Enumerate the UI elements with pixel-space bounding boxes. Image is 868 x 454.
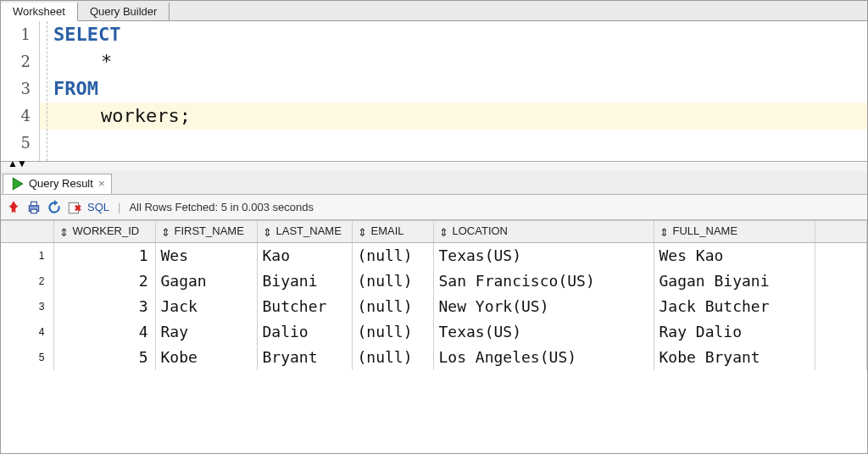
- cell-worker-id: 1: [53, 243, 155, 269]
- cell-location: Texas(US): [433, 243, 654, 269]
- table-row[interactable]: 33JackButcher(null)New York(US)Jack Butc…: [1, 294, 867, 319]
- cell-last-name: Dalio: [257, 319, 352, 345]
- splitter-handle[interactable]: ▲▼: [1, 161, 867, 171]
- cell-first-name: Gagan: [155, 269, 257, 294]
- row-number: 1: [1, 243, 53, 269]
- tab-worksheet[interactable]: Worksheet: [1, 3, 78, 21]
- table-row[interactable]: 22GaganBiyani(null)San Francisco(US)Gaga…: [1, 269, 867, 294]
- cell-first-name: Jack: [155, 294, 257, 319]
- table-row[interactable]: 55KobeBryant(null)Los Angeles(US)Kobe Br…: [1, 345, 867, 370]
- sql-code[interactable]: SELECT * FROM workers;: [40, 21, 867, 161]
- table-row[interactable]: 11WesKao(null)Texas(US)Wes Kao: [1, 243, 867, 269]
- sql-link[interactable]: SQL: [87, 201, 109, 213]
- status-text: All Rows Fetched: 5 in 0.003 seconds: [129, 201, 314, 213]
- cell-email: (null): [352, 269, 433, 294]
- col-location[interactable]: ⇕LOCATION: [433, 221, 654, 243]
- row-number: 2: [1, 269, 53, 294]
- cell-full-name: Kobe Bryant: [654, 345, 815, 370]
- cell-email: (null): [352, 319, 433, 345]
- close-icon[interactable]: ×: [98, 177, 105, 190]
- cell-worker-id: 3: [53, 294, 155, 319]
- cell-full-name: Gagan Biyani: [654, 269, 815, 294]
- col-first-name[interactable]: ⇕FIRST_NAME: [155, 221, 257, 243]
- row-number: 4: [1, 319, 53, 345]
- tab-query-result[interactable]: Query Result ×: [3, 174, 112, 194]
- cell-email: (null): [352, 345, 433, 370]
- cell-first-name: Ray: [155, 319, 257, 345]
- cell-last-name: Butcher: [257, 294, 352, 319]
- tab-query-builder[interactable]: Query Builder: [78, 3, 170, 20]
- cell-first-name: Kobe: [155, 345, 257, 370]
- result-tabs: Query Result ×: [1, 171, 867, 195]
- table-row[interactable]: 44RayDalio(null)Texas(US)Ray Dalio: [1, 319, 867, 345]
- editor-tabs: Worksheet Query Builder: [1, 1, 867, 21]
- svg-rect-2: [31, 202, 37, 206]
- results-grid[interactable]: ⇕WORKER_ID ⇕FIRST_NAME ⇕LAST_NAME ⇕EMAIL…: [1, 220, 867, 453]
- sort-icon: ⇕: [263, 226, 273, 239]
- cell-worker-id: 4: [53, 319, 155, 345]
- cell-location: New York(US): [433, 294, 654, 319]
- results-table: ⇕WORKER_ID ⇕FIRST_NAME ⇕LAST_NAME ⇕EMAIL…: [1, 220, 867, 370]
- sort-icon: ⇕: [358, 226, 368, 239]
- cell-first-name: Wes: [155, 243, 257, 269]
- result-tab-label: Query Result: [29, 177, 93, 190]
- sort-icon: ⇕: [59, 226, 70, 239]
- cell-worker-id: 5: [53, 345, 155, 370]
- pin-icon[interactable]: [6, 200, 21, 215]
- play-icon: [10, 176, 25, 191]
- cell-full-name: Jack Butcher: [654, 294, 815, 319]
- print-icon[interactable]: [26, 200, 42, 215]
- cell-full-name: Ray Dalio: [654, 319, 815, 345]
- col-last-name[interactable]: ⇕LAST_NAME: [257, 221, 352, 243]
- sort-icon: ⇕: [439, 226, 449, 239]
- cell-location: Texas(US): [433, 319, 654, 345]
- row-number: 3: [1, 294, 53, 319]
- sql-editor[interactable]: 1 2 3 4 5 SELECT * FROM workers;: [1, 21, 867, 161]
- cell-email: (null): [352, 243, 433, 269]
- col-worker-id[interactable]: ⇕WORKER_ID: [53, 221, 155, 243]
- cell-worker-id: 2: [53, 269, 155, 294]
- cell-full-name: Wes Kao: [654, 243, 815, 269]
- cell-location: Los Angeles(US): [433, 345, 654, 370]
- cell-last-name: Kao: [257, 243, 352, 269]
- refresh-icon[interactable]: [47, 200, 62, 215]
- delete-icon[interactable]: [67, 200, 82, 215]
- result-toolbar: SQL | All Rows Fetched: 5 in 0.003 secon…: [1, 195, 867, 220]
- cell-last-name: Biyani: [257, 269, 352, 294]
- cell-location: San Francisco(US): [433, 269, 654, 294]
- col-email[interactable]: ⇕EMAIL: [352, 221, 433, 243]
- separator: |: [118, 201, 120, 213]
- row-number-header: [1, 221, 53, 243]
- cell-email: (null): [352, 294, 433, 319]
- row-number: 5: [1, 345, 53, 370]
- cell-last-name: Bryant: [257, 345, 352, 370]
- sort-icon: ⇕: [161, 226, 171, 239]
- line-gutter: 1 2 3 4 5: [1, 21, 40, 161]
- col-full-name[interactable]: ⇕FULL_NAME: [654, 221, 815, 243]
- header-row: ⇕WORKER_ID ⇕FIRST_NAME ⇕LAST_NAME ⇕EMAIL…: [1, 221, 867, 243]
- svg-marker-0: [13, 178, 22, 190]
- sort-icon: ⇕: [659, 226, 670, 239]
- svg-rect-3: [31, 209, 37, 213]
